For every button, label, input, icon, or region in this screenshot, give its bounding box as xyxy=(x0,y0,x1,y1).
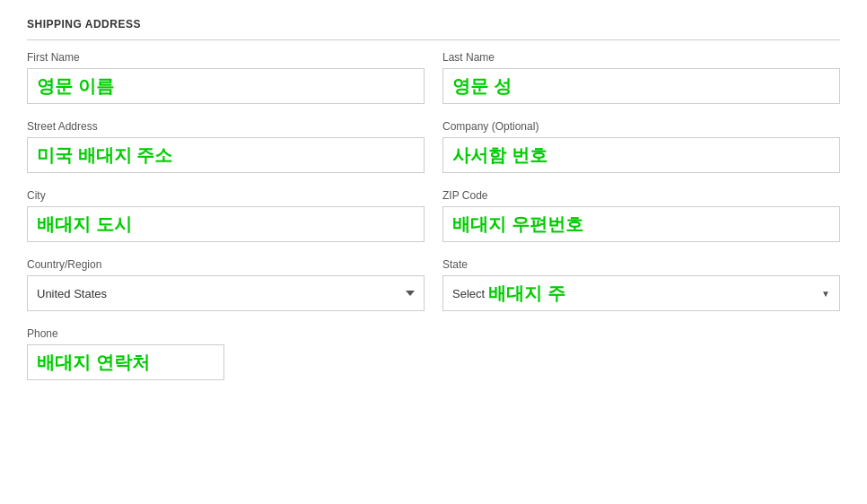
street-address-label: Street Address xyxy=(27,120,425,133)
name-row: First Name Last Name xyxy=(27,51,840,104)
city-label: City xyxy=(27,189,425,202)
country-select[interactable]: United States xyxy=(27,275,425,311)
last-name-group: Last Name xyxy=(442,51,840,104)
phone-label: Phone xyxy=(27,327,224,340)
country-group: Country/Region United States xyxy=(27,258,425,311)
last-name-input[interactable] xyxy=(442,68,840,104)
last-name-label: Last Name xyxy=(442,51,840,64)
state-value: 배대지 주 xyxy=(488,282,565,306)
state-label: State xyxy=(442,258,840,271)
country-label: Country/Region xyxy=(27,258,425,271)
country-state-row: Country/Region United States State Selec… xyxy=(27,258,840,311)
company-label: Company (Optional) xyxy=(442,120,840,133)
company-input[interactable] xyxy=(442,137,840,173)
section-title: SHIPPING ADDRESS xyxy=(27,18,840,40)
phone-input[interactable] xyxy=(27,344,224,380)
first-name-label: First Name xyxy=(27,51,425,64)
phone-row: Phone xyxy=(27,327,840,380)
street-address-input[interactable] xyxy=(27,137,425,173)
first-name-input[interactable] xyxy=(27,68,425,104)
zip-input[interactable] xyxy=(442,206,840,242)
state-select[interactable]: Select 배대지 주 ▼ xyxy=(442,275,840,311)
phone-group: Phone xyxy=(27,327,224,380)
shipping-address-form: SHIPPING ADDRESS First Name Last Name St… xyxy=(0,0,867,504)
city-group: City xyxy=(27,189,425,242)
chevron-down-icon: ▼ xyxy=(821,289,830,299)
company-group: Company (Optional) xyxy=(442,120,840,173)
street-address-group: Street Address xyxy=(27,120,425,173)
address-row: Street Address Company (Optional) xyxy=(27,120,840,173)
first-name-group: First Name xyxy=(27,51,425,104)
state-select-label: Select xyxy=(452,287,485,300)
city-input[interactable] xyxy=(27,206,425,242)
city-zip-row: City ZIP Code xyxy=(27,189,840,242)
state-select-wrapper: Select 배대지 주 ▼ xyxy=(442,275,840,311)
state-group: State Select 배대지 주 ▼ xyxy=(442,258,840,311)
zip-group: ZIP Code xyxy=(442,189,840,242)
zip-label: ZIP Code xyxy=(442,189,840,202)
